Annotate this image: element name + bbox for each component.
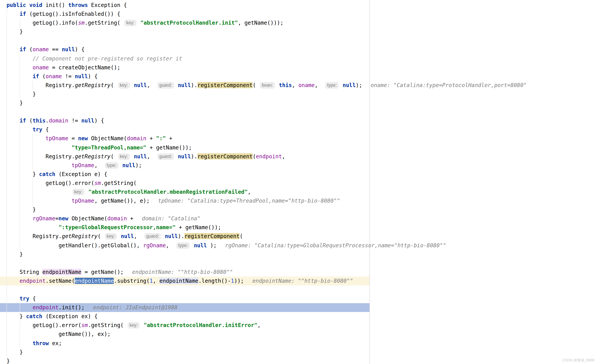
code-text: key: "abstractProtocolHandler.mbeanRegis… — [7, 189, 251, 195]
indent-guide — [7, 54, 7, 63]
param-name-hint[interactable]: key: — [118, 153, 130, 160]
param-name-hint[interactable]: key: — [118, 82, 130, 89]
param-name-hint[interactable]: type: — [325, 82, 339, 89]
code-line[interactable]: if (getLog().isInfoEnabled()) { — [0, 10, 369, 18]
code-token: null — [121, 233, 134, 239]
code-token — [131, 153, 134, 159]
code-line[interactable]: } catch (Exception ex) { — [0, 312, 369, 321]
indent-guide — [7, 205, 7, 214]
code-line[interactable]: throw ex; — [0, 339, 369, 348]
code-line[interactable]: getLog().error(sm.getString( key: "abstr… — [0, 321, 369, 330]
code-line[interactable]: endpoint.setName(endpointName.substring(… — [0, 277, 369, 285]
code-line[interactable] — [0, 259, 369, 267]
code-token: null — [122, 162, 135, 168]
code-line[interactable]: Registry.getRegistry( key: null, guard: … — [0, 152, 369, 161]
param-name-hint[interactable]: type: — [176, 242, 190, 249]
code-token: + — [146, 135, 156, 142]
code-editor[interactable]: public void init() throws Exception { if… — [0, 0, 369, 364]
code-line[interactable]: } — [0, 99, 369, 107]
param-name-hint[interactable]: guard: — [157, 82, 174, 89]
param-name-hint[interactable]: key: — [128, 322, 140, 329]
param-name-hint[interactable]: key: — [124, 20, 136, 26]
code-line[interactable]: tpOname = new ObjectName(domain + ":" + — [0, 134, 369, 143]
code-line[interactable]: public void init() throws Exception { — [0, 1, 369, 10]
code-line[interactable]: getLog().info(sm.getString( key: "abstra… — [0, 18, 369, 27]
code-text: } — [7, 358, 10, 364]
code-token: getLog().error( — [46, 180, 94, 186]
code-line[interactable]: } catch (Exception e) { — [0, 170, 369, 179]
code-line[interactable]: try { — [0, 125, 369, 134]
code-line[interactable]: try { — [0, 294, 369, 303]
code-line[interactable]: String endpointName = getName();endpoint… — [0, 268, 369, 277]
param-name-hint[interactable]: key: — [72, 189, 84, 195]
code-token: ); — [356, 82, 362, 88]
code-line[interactable]: tpOname, type: null); — [0, 161, 369, 170]
code-line[interactable] — [0, 107, 369, 116]
code-line[interactable] — [0, 36, 369, 45]
code-token: = — [55, 215, 59, 222]
code-line[interactable]: ":type=GlobalRequestProcessor,name=" + g… — [0, 223, 369, 232]
code-line[interactable]: rgOname=new ObjectName(domain +domain: "… — [0, 214, 369, 223]
code-line[interactable]: getHandler().getGlobal(), rgOname, type:… — [0, 241, 369, 250]
param-name-hint[interactable]: guard: — [144, 233, 161, 240]
code-line[interactable]: "type=ThreadPool,name=" + getName()); — [0, 143, 369, 152]
code-line[interactable]: endpoint.init();endpoint: JIoEndpoint@19… — [0, 303, 369, 312]
code-token: = — [68, 135, 78, 142]
indent-guide — [7, 312, 7, 321]
code-line[interactable]: if (this.domain != null) { — [0, 116, 369, 125]
code-token: "type=ThreadPool,name=" — [71, 144, 146, 150]
watermark: CSDN @黄袋_8888 — [562, 358, 594, 363]
debugger-inline-value: rgOname: "Catalina:type=GlobalRequestPro… — [225, 242, 446, 248]
code-text: String endpointName = getName(); — [7, 269, 124, 275]
code-line[interactable]: // Component not pre-registered so regis… — [0, 54, 369, 63]
code-token: Registry. — [33, 233, 62, 239]
code-line[interactable]: if (oname == null) { — [0, 45, 369, 54]
code-token: , getName()), e); — [94, 197, 150, 204]
code-text: "type=ThreadPool,name=" + getName()); — [7, 144, 192, 150]
indent-guide — [19, 205, 20, 214]
debugger-inline-value: endpointName: ""http-bio-8080"" — [252, 278, 353, 284]
code-text: getHandler().getGlobal(), rgOname, type:… — [7, 242, 217, 248]
indent-guide — [7, 45, 7, 54]
code-line[interactable]: getLog().error(sm.getString( — [0, 179, 369, 188]
indent-guide — [7, 197, 7, 205]
code-line[interactable] — [0, 285, 369, 294]
code-line[interactable]: Registry.getRegistry( key: null, guard: … — [0, 232, 369, 241]
code-token: , — [94, 162, 104, 168]
code-line[interactable]: } — [0, 90, 369, 99]
code-token: + — [166, 135, 173, 142]
debugger-inline-value: endpointName: ""http-bio-8080"" — [132, 269, 233, 275]
code-line[interactable]: key: "abstractProtocolHandler.mbeanRegis… — [0, 188, 369, 197]
code-line[interactable]: tpOname, getName()), e);tpOname: "Catali… — [0, 197, 369, 205]
code-text: Registry.getRegistry( key: null, guard: … — [7, 153, 285, 159]
param-name-hint[interactable]: key: — [105, 233, 117, 240]
param-name-hint[interactable]: type: — [105, 162, 118, 168]
code-line[interactable]: getName()), ex); — [0, 330, 369, 339]
code-line[interactable]: } — [0, 250, 369, 259]
indent-guide — [7, 90, 7, 99]
indent-guide — [7, 125, 7, 134]
code-line[interactable]: } — [0, 205, 369, 214]
code-line[interactable]: Registry.getRegistry( key: null, guard: … — [0, 81, 369, 90]
code-line[interactable]: } — [0, 357, 369, 364]
indent-guide — [7, 18, 7, 27]
indent-guide — [19, 188, 20, 197]
code-token: registerComponent — [184, 233, 240, 239]
indent-guide — [33, 143, 33, 152]
code-token: oname — [33, 46, 49, 53]
code-token: if — [19, 46, 26, 53]
code-token: ) { — [75, 46, 85, 53]
param-name-hint[interactable]: bean: — [260, 82, 275, 89]
code-token: , — [134, 233, 144, 239]
code-line[interactable]: if (oname != null) { — [0, 72, 369, 81]
code-line[interactable]: } — [0, 28, 369, 36]
param-name-hint[interactable]: guard: — [157, 153, 174, 160]
indent-guide — [19, 72, 20, 81]
code-text: Registry.getRegistry( key: null, guard: … — [7, 82, 362, 88]
code-line[interactable]: oname = createObjectName(); — [0, 63, 369, 72]
indent-guide — [7, 161, 7, 170]
debugger-inline-value: domain: "Catalina" — [142, 215, 200, 222]
code-text: if (oname != null) { — [7, 73, 98, 79]
indent-guide — [7, 277, 7, 285]
code-line[interactable]: } — [0, 348, 369, 356]
